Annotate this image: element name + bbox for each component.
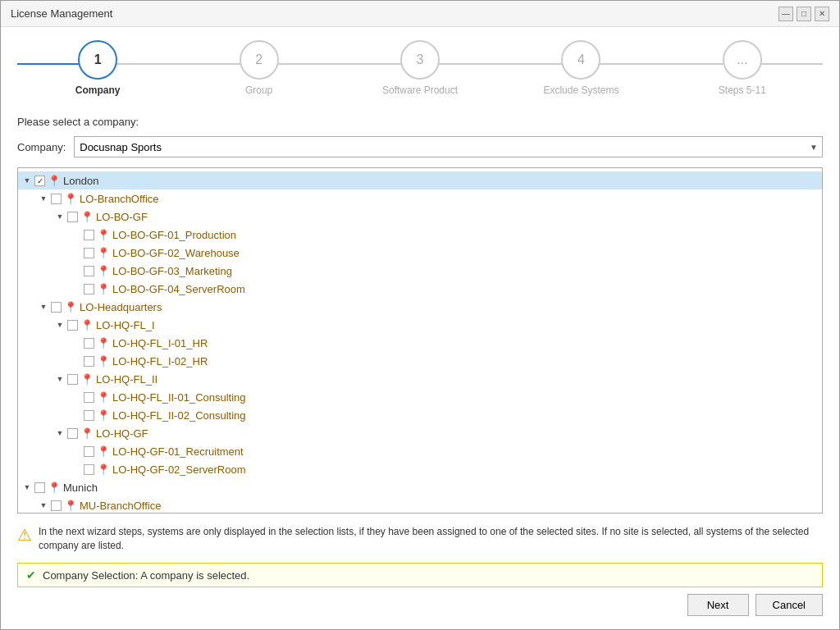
location-icon-lo-hq-fl-i: 📍	[80, 319, 94, 331]
location-icon-lo-hq-gf: 📍	[80, 427, 94, 440]
tree-label-lo-branchoffice: LO-BranchOffice	[80, 193, 159, 205]
toggle-lo-hq-fl-ii-01	[71, 391, 82, 403]
tree-label-lo-hq-fl-ii-01: LO-HQ-FL_II-01_Consulting	[112, 391, 246, 404]
checkbox-lo-hq-fl-ii-02[interactable]	[84, 410, 94, 421]
location-icon-lo-hq-fl-ii: 📍	[80, 373, 94, 386]
step-2: 2 Group	[178, 40, 339, 96]
company-select[interactable]: Docusnap Sports	[74, 136, 823, 158]
step-4-label: Exclude Systems	[543, 84, 619, 96]
tree-item-mu-branchoffice[interactable]: ▼ 📍 MU-BranchOffice	[18, 496, 822, 514]
tree-item-lo-bo-gf-03[interactable]: 📍 LO-BO-GF-03_Marketing	[18, 262, 822, 280]
warning-text: In the next wizard steps, systems are on…	[39, 525, 823, 553]
step-3-label: Software Product	[382, 84, 458, 96]
location-icon-lo-hq-gf-02: 📍	[97, 463, 110, 476]
tree-label-lo-hq-fl-ii-02: LO-HQ-FL_II-02_Consulting	[112, 409, 246, 422]
toggle-lo-bo-gf[interactable]: ▼	[54, 211, 66, 222]
checkbox-lo-bo-gf-02[interactable]	[84, 248, 94, 258]
step-3: 3 Software Product	[340, 40, 500, 96]
tree-item-lo-bo-gf[interactable]: ▼ 📍 LO-BO-GF	[18, 208, 822, 226]
checkbox-lo-branchoffice[interactable]	[51, 194, 62, 204]
tree-item-lo-hq-gf[interactable]: ▼ 📍 LO-HQ-GF	[18, 424, 822, 442]
window-title: License Management	[11, 7, 112, 20]
next-button[interactable]: Next	[687, 594, 749, 616]
checkbox-lo-hq[interactable]	[51, 302, 62, 313]
toggle-lo-hq-gf[interactable]: ▼	[54, 427, 66, 439]
tree-item-lo-bo-gf-02[interactable]: 📍 LO-BO-GF-02_Warehouse	[18, 244, 822, 262]
location-icon-lo-bo-gf-01: 📍	[97, 229, 110, 241]
tree-item-lo-hq-fl-i-01[interactable]: 📍 LO-HQ-FL_I-01_HR	[18, 334, 822, 352]
checkbox-london[interactable]	[34, 176, 45, 186]
checkbox-munich[interactable]	[34, 482, 45, 493]
titlebar: License Management — □ ✕	[1, 1, 839, 27]
tree-item-lo-hq-fl-ii-02[interactable]: 📍 LO-HQ-FL_II-02_Consulting	[18, 406, 822, 424]
tree-label-lo-hq-gf: LO-HQ-GF	[96, 427, 148, 440]
status-text: Company Selection: A company is selected…	[43, 569, 249, 582]
location-icon-lo-hq-fl-ii-02: 📍	[97, 409, 110, 422]
checkbox-lo-hq-gf-02[interactable]	[84, 464, 94, 475]
checkbox-lo-hq-fl-i-01[interactable]	[84, 338, 94, 349]
tree-item-munich[interactable]: ▼ 📍 Munich	[18, 478, 822, 496]
tree-item-lo-branchoffice[interactable]: ▼ 📍 LO-BranchOffice	[18, 189, 822, 208]
checkbox-lo-hq-gf[interactable]	[67, 428, 78, 439]
checkbox-mu-branchoffice[interactable]	[51, 500, 62, 511]
location-icon-london: 📍	[48, 175, 61, 187]
tree-label-lo-hq-gf-01: LO-HQ-GF-01_Recruitment	[112, 445, 244, 458]
tree-item-lo-hq-gf-02[interactable]: 📍 LO-HQ-GF-02_ServerRoom	[18, 460, 822, 478]
tree-label-lo-hq-fl-i-01: LO-HQ-FL_I-01_HR	[112, 337, 208, 349]
checkbox-lo-bo-gf[interactable]	[67, 212, 78, 222]
location-icon-lo-hq-fl-ii-01: 📍	[97, 391, 110, 404]
checkbox-lo-hq-fl-i-02[interactable]	[84, 356, 94, 367]
location-icon-munich: 📍	[48, 482, 61, 494]
main-window: License Management — □ ✕ 1 Company 2 Gro…	[0, 0, 840, 630]
checkbox-lo-bo-gf-03[interactable]	[84, 266, 94, 276]
location-icon-mu-branchoffice: 📍	[64, 500, 77, 512]
company-select-wrapper[interactable]: Docusnap Sports ▼	[74, 136, 823, 158]
tree-label-lo-hq-fl-ii: LO-HQ-FL_II	[96, 373, 158, 386]
wizard-steps: 1 Company 2 Group 3 Software Product 4 E…	[17, 40, 823, 96]
tree-item-lo-hq-fl-ii-01[interactable]: 📍 LO-HQ-FL_II-01_Consulting	[18, 388, 822, 406]
tree-item-lo-hq-fl-i-02[interactable]: 📍 LO-HQ-FL_I-02_HR	[18, 352, 822, 370]
tree-item-london[interactable]: ▼ 📍 London	[18, 171, 822, 189]
checkbox-lo-hq-fl-i[interactable]	[67, 320, 78, 331]
tree-item-lo-hq-gf-01[interactable]: 📍 LO-HQ-GF-01_Recruitment	[18, 442, 822, 460]
close-button[interactable]: ✕	[815, 7, 829, 21]
toggle-lo-branchoffice[interactable]: ▼	[38, 193, 49, 204]
maximize-button[interactable]: □	[797, 7, 811, 21]
checkbox-lo-hq-fl-ii-01[interactable]	[84, 392, 94, 403]
toggle-london[interactable]: ▼	[21, 175, 33, 186]
toggle-lo-hq[interactable]: ▼	[38, 301, 49, 313]
tree-item-lo-hq[interactable]: ▼ 📍 LO-Headquarters	[18, 298, 822, 316]
toggle-lo-hq-fl-ii[interactable]: ▼	[54, 373, 66, 385]
company-row: Company: Docusnap Sports ▼	[17, 136, 823, 158]
checkbox-lo-bo-gf-04[interactable]	[84, 284, 94, 294]
tree-label-lo-hq: LO-Headquarters	[80, 301, 162, 313]
location-icon-lo-hq-fl-i-02: 📍	[97, 355, 110, 368]
window-controls: — □ ✕	[778, 7, 829, 21]
tree-item-lo-hq-fl-ii[interactable]: ▼ 📍 LO-HQ-FL_II	[18, 370, 822, 388]
tree-item-lo-hq-fl-i[interactable]: ▼ 📍 LO-HQ-FL_I	[18, 316, 822, 334]
toggle-munich[interactable]: ▼	[21, 482, 33, 493]
tree-inner: ▼ 📍 London ▼ 📍 LO-BranchOffice ▼ 📍	[18, 168, 822, 514]
checkbox-lo-hq-gf-01[interactable]	[84, 446, 94, 457]
step-5plus-circle: ...	[723, 40, 762, 80]
checkbox-lo-hq-fl-ii[interactable]	[67, 374, 78, 385]
company-label: Company:	[17, 141, 66, 153]
location-icon-lo-hq-fl-i-01: 📍	[97, 337, 110, 349]
toggle-lo-bo-gf-04	[71, 283, 82, 294]
tree-container[interactable]: ▼ 📍 London ▼ 📍 LO-BranchOffice ▼ 📍	[17, 167, 823, 514]
tree-item-lo-bo-gf-04[interactable]: 📍 LO-BO-GF-04_ServerRoom	[18, 280, 822, 298]
toggle-lo-hq-fl-i-01	[71, 337, 82, 349]
checkbox-lo-bo-gf-01[interactable]	[84, 230, 94, 240]
minimize-button[interactable]: —	[778, 7, 793, 21]
toggle-mu-branchoffice[interactable]: ▼	[38, 500, 49, 511]
location-icon-lo-branchoffice: 📍	[64, 193, 77, 205]
toggle-lo-hq-fl-i[interactable]: ▼	[54, 319, 66, 331]
location-icon-lo-bo-gf: 📍	[80, 211, 94, 223]
toggle-lo-hq-gf-02	[71, 463, 82, 475]
tree-label-lo-bo-gf-04: LO-BO-GF-04_ServerRoom	[112, 283, 245, 295]
location-icon-lo-bo-gf-03: 📍	[97, 265, 110, 277]
step-1-circle: 1	[78, 40, 117, 80]
tree-item-lo-bo-gf-01[interactable]: 📍 LO-BO-GF-01_Production	[18, 226, 822, 244]
cancel-button[interactable]: Cancel	[756, 594, 823, 616]
step-5plus-label: Steps 5-11	[719, 84, 766, 96]
